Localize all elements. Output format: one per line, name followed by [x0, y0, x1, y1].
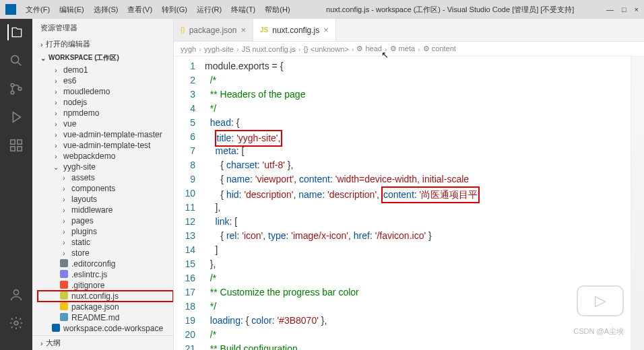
folder-item[interactable]: ›pages: [38, 215, 173, 226]
folder-item[interactable]: ›demo1: [38, 65, 173, 75]
watermark: CSDN @A尘埃: [573, 326, 624, 337]
window-button[interactable]: ×: [635, 5, 639, 13]
svg-point-8: [13, 290, 18, 295]
folder-item[interactable]: ›middleware: [38, 205, 173, 215]
breadcrumb-item[interactable]: JS nuxt.config.js: [242, 45, 296, 53]
menu-item[interactable]: 帮助(H): [261, 3, 294, 16]
file-type-icon: {}: [181, 26, 185, 34]
file-item[interactable]: README.md: [38, 312, 173, 323]
file-item[interactable]: .gitignore: [38, 280, 173, 291]
menu-item[interactable]: 运行(R): [193, 3, 226, 16]
folder-item[interactable]: ›components: [38, 183, 173, 194]
search-icon[interactable]: [8, 53, 24, 69]
sidebar: 资源管理器 ›打开的编辑器 ⌄WORKSPACE (工作区) ›demo1›es…: [32, 19, 174, 350]
folder-item[interactable]: ›vue: [38, 118, 173, 129]
folder-item[interactable]: ›layouts: [38, 194, 173, 205]
breadcrumb[interactable]: yygh›yygh-site›JS nuxt.config.js›{} <unk…: [174, 42, 644, 57]
line-gutter: 123456789101112131415161718192021: [174, 57, 205, 350]
file-item[interactable]: nuxt.config.js: [38, 291, 173, 302]
close-icon[interactable]: ×: [240, 25, 246, 35]
editor-tab[interactable]: JSnuxt.config.js×: [253, 19, 336, 41]
breadcrumb-item[interactable]: ⚙ content: [423, 44, 456, 53]
editor-tabs: {}package.json×JSnuxt.config.js×: [174, 19, 644, 42]
file-item[interactable]: .editorconfig: [38, 258, 173, 269]
window-title: nuxt.config.js - workspace (工作区) - Visua…: [297, 5, 604, 15]
breadcrumb-item[interactable]: yygh: [181, 45, 196, 53]
folder-item[interactable]: ›es6: [38, 75, 173, 86]
menu-item[interactable]: 转到(G): [158, 3, 191, 16]
folder-item[interactable]: ›moudledemo: [38, 86, 173, 97]
close-icon[interactable]: ×: [323, 25, 329, 35]
menu-item[interactable]: 查看(V): [123, 3, 156, 16]
debug-icon[interactable]: [8, 109, 24, 125]
file-item[interactable]: workspace.code-workspace: [38, 323, 173, 334]
menu-bar: 文件(F)编辑(E)选择(S)查看(V)转到(G)运行(R)终端(T)帮助(H): [22, 3, 294, 16]
minimap[interactable]: [631, 57, 644, 350]
menu-item[interactable]: 终端(T): [227, 3, 259, 16]
folder-item[interactable]: ›nodejs: [38, 97, 173, 108]
svg-rect-7: [18, 147, 22, 151]
file-type-icon: JS: [260, 26, 268, 34]
window-button[interactable]: □: [622, 5, 626, 13]
svg-point-0: [11, 56, 19, 63]
breadcrumb-item[interactable]: {} <unknown>: [303, 45, 348, 53]
vscode-logo-icon: [5, 4, 16, 15]
activity-bar: [0, 19, 32, 350]
window-controls: —□×: [606, 5, 639, 13]
svg-rect-6: [11, 147, 15, 151]
svg-rect-4: [11, 140, 15, 144]
gear-icon[interactable]: [8, 315, 24, 331]
folder-item[interactable]: ›vue-admin-template-master: [38, 129, 173, 140]
folder-item[interactable]: ›store: [38, 248, 173, 258]
workspace-section[interactable]: ⌄WORKSPACE (工作区): [32, 51, 173, 65]
folder-item[interactable]: ›assets: [38, 172, 173, 183]
svg-point-2: [11, 91, 14, 94]
scm-icon[interactable]: [8, 81, 24, 97]
account-icon[interactable]: [8, 287, 24, 303]
folder-item[interactable]: ›static: [38, 237, 173, 248]
folder-item[interactable]: ›webpackdemo: [38, 151, 173, 162]
menu-item[interactable]: 选择(S): [90, 3, 123, 16]
folder-item[interactable]: ›vue-admin-template-test: [38, 140, 173, 151]
svg-point-1: [11, 83, 14, 87]
folder-item[interactable]: ›plugins: [38, 226, 173, 237]
folder-item[interactable]: ⌄yygh-site: [38, 162, 173, 172]
editor-tab[interactable]: {}package.json×: [174, 19, 253, 41]
breadcrumb-item[interactable]: ⚙ head: [356, 44, 382, 53]
file-item[interactable]: .eslintrc.js: [38, 269, 173, 280]
code-editor[interactable]: 123456789101112131415161718192021 module…: [174, 57, 644, 350]
window-button[interactable]: —: [606, 5, 614, 13]
open-editors-section[interactable]: ›打开的编辑器: [32, 37, 173, 51]
menu-item[interactable]: 文件(F): [22, 3, 54, 16]
breadcrumb-item[interactable]: ⚙ meta: [390, 44, 416, 53]
svg-point-3: [18, 88, 22, 91]
cursor-icon: ↖: [381, 50, 389, 60]
outline-section[interactable]: ›大纲: [32, 335, 173, 350]
file-item[interactable]: package.json: [38, 302, 173, 312]
breadcrumb-item[interactable]: yygh-site: [204, 45, 234, 53]
sidebar-title: 资源管理器: [32, 19, 173, 37]
menu-item[interactable]: 编辑(E): [55, 3, 88, 16]
explorer-icon[interactable]: [7, 24, 24, 40]
play-overlay-icon: ▷: [577, 285, 624, 316]
editor-area: {}package.json×JSnuxt.config.js× yygh›yy…: [174, 19, 644, 350]
extensions-icon[interactable]: [8, 137, 24, 153]
folder-item[interactable]: ›npmdemo: [38, 108, 173, 118]
file-tree: ›demo1›es6›moudledemo›nodejs›npmdemo›vue…: [32, 65, 173, 334]
svg-rect-5: [18, 140, 22, 144]
titlebar: 文件(F)编辑(E)选择(S)查看(V)转到(G)运行(R)终端(T)帮助(H)…: [0, 0, 644, 19]
svg-point-9: [14, 321, 18, 325]
